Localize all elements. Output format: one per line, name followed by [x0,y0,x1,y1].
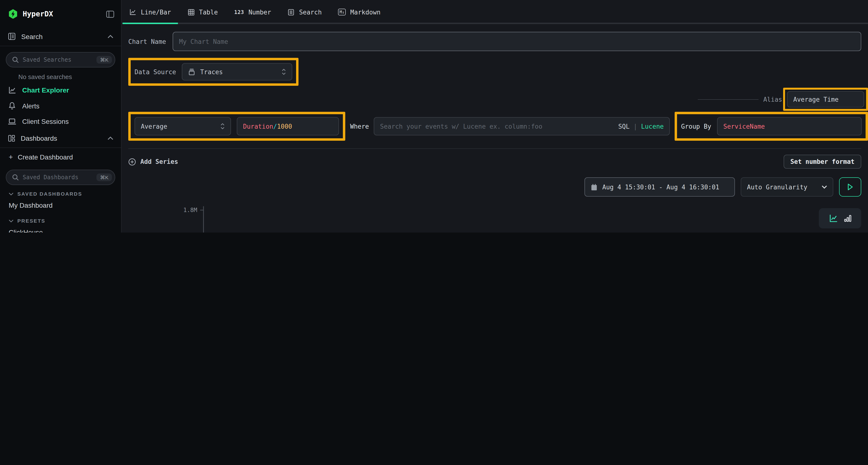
where-input[interactable] [380,123,613,130]
chevron-up-down-icon [220,123,225,130]
where-field: SQL | Lucene [374,117,670,135]
tab-line-bar[interactable]: Line/Bar [129,0,171,24]
aggregation-value: Average [141,123,167,130]
tab-markdown[interactable]: M↓ Markdown [338,0,380,24]
sidebar-section-dashboards[interactable]: Dashboards [0,129,121,148]
tab-search[interactable]: Search [287,0,322,24]
annotation-highlight-aggregation: Average Duration / 1000 [128,112,345,141]
chart-type-tabs: Line/Bar Table 123 Number Search M↓ Ma [122,0,868,24]
app-window: HyperDX Search ⌘K No saved searches [0,0,868,232]
date-range-picker[interactable]: Aug 4 15:30:01 - Aug 4 16:30:01 [585,177,735,197]
logo-row: HyperDX [0,0,121,27]
create-dashboard-button[interactable]: + Create Dashboard [0,148,121,164]
number-123-icon: 123 [235,9,244,15]
query-language-toggle: SQL | Lucene [618,123,664,130]
archive-box-icon [188,68,195,75]
search-icon [12,56,19,63]
preset-item-clickhouse[interactable]: ClickHouse [0,226,121,232]
tab-table[interactable]: Table [187,0,218,24]
saved-dashboards-group[interactable]: SAVED DASHBOARDS [0,185,121,199]
dashboards-icon [8,134,16,142]
language-lucene-option[interactable]: Lucene [641,123,664,130]
bell-icon [8,102,17,110]
tab-label: Search [299,8,322,16]
group-by-label: Group By [681,123,711,130]
sidebar-item-client-sessions[interactable]: Client Sessions [0,114,121,129]
timeseries-chart[interactable]: 0450K900K1.4M1.8MAug 4 3:30:00 PM3:39:00… [128,199,861,232]
chevron-up-icon [107,34,113,38]
tab-label: Table [199,8,218,16]
tab-number[interactable]: 123 Number [235,0,271,24]
annotation-highlight-data-source: Data Source Traces [128,58,299,86]
alias-row: Alias [128,88,861,111]
where-label: Where [350,123,369,130]
sidebar-item-label: Client Sessions [22,118,113,125]
svg-text:1.8M: 1.8M [183,207,197,213]
line-chart-icon [129,9,136,15]
chart-name-label: Chart Name [128,38,166,45]
metric-divisor-token: 1000 [277,123,292,130]
search-panel-icon [8,32,16,40]
saved-dashboards-input[interactable] [23,174,93,181]
chevron-down-icon [9,219,13,222]
presets-group[interactable]: PRESETS [0,212,121,226]
laptop-icon [8,118,17,125]
search-icon [12,174,19,181]
markdown-icon: M↓ [338,9,346,15]
document-list-icon [287,8,294,16]
create-dashboard-label: Create Dashboard [18,153,73,161]
hyperdx-logo-icon [8,9,18,19]
add-series-label: Add Series [140,158,178,165]
calendar-icon [591,184,597,191]
metric-field-token: Duration [243,123,273,130]
sidebar-section-dashboards-label: Dashboards [21,134,102,142]
sidebar-item-label: Chart Explorer [22,86,113,94]
chart-name-row: Chart Name [128,32,861,51]
granularity-value: Auto Granularity [747,184,807,191]
sidebar-item-alerts[interactable]: Alerts [0,98,121,114]
chevron-down-icon [9,192,13,195]
run-query-button[interactable] [839,177,861,197]
data-source-select[interactable]: Traces [182,63,292,80]
alias-label: Alias [763,96,782,103]
chart-line-icon [8,86,17,94]
sidebar-item-chart-explorer[interactable]: Chart Explorer [0,82,121,98]
tab-label: Markdown [350,8,380,16]
alias-field [787,91,864,107]
no-saved-searches-note: No saved searches [0,67,121,82]
chart-name-input[interactable] [179,38,855,45]
saved-searches-input[interactable] [23,56,93,63]
tab-label: Number [248,8,271,16]
chevron-up-down-icon [282,68,286,75]
group-by-input[interactable] [723,123,856,130]
bar-chart-toggle-icon[interactable] [844,214,851,223]
chart-display-toggle [819,208,861,228]
chart-explorer-content: Chart Name Data Source Traces [122,24,868,232]
data-source-row: Data Source Traces [128,58,861,86]
annotation-highlight-group-by: Group By [675,112,868,141]
series-row: Average Duration / 1000 Where [128,112,861,141]
alias-input[interactable] [793,96,858,103]
shortcut-badge: ⌘K [97,56,112,64]
date-range-value: Aug 4 15:30:01 - Aug 4 16:30:01 [602,184,719,191]
aggregation-select[interactable]: Average [134,117,231,135]
metric-expression-field[interactable]: Duration / 1000 [237,117,339,135]
chart-name-field [173,32,861,51]
add-series-button[interactable]: Add Series [128,158,178,166]
dashboard-item-my-dashboard[interactable]: My Dashboard [0,199,121,212]
circle-plus-icon [128,158,136,166]
chart-toolbar: Aug 4 15:30:01 - Aug 4 16:30:01 Auto Gra… [128,177,861,197]
group-label: PRESETS [18,218,45,224]
language-sql-option[interactable]: SQL [618,123,629,130]
plus-icon: + [9,153,13,161]
saved-dashboards-search[interactable]: ⌘K [6,170,115,185]
app-title: HyperDX [23,10,102,18]
play-icon [847,183,854,191]
sidebar-section-search[interactable]: Search [0,27,121,46]
granularity-select[interactable]: Auto Granularity [741,177,833,197]
table-icon [187,8,194,16]
set-number-format-button[interactable]: Set number format [784,155,861,169]
collapse-sidebar-icon[interactable] [106,10,114,18]
line-chart-toggle-icon[interactable] [829,214,838,223]
saved-searches-search[interactable]: ⌘K [6,52,115,67]
